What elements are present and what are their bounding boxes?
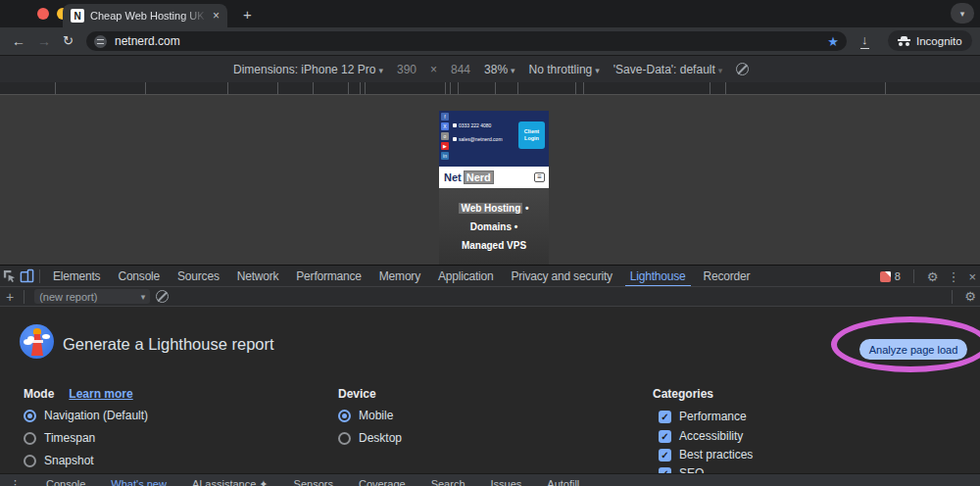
x-twitter-icon[interactable]: X: [441, 122, 449, 130]
reload-button[interactable]: ↻: [63, 33, 74, 48]
email-icon: [453, 137, 457, 141]
radio-mobile[interactable]: Mobile: [338, 409, 393, 422]
save-data-dropdown[interactable]: 'Save-Data': default▾: [613, 63, 723, 76]
tab-application[interactable]: Application: [429, 266, 503, 287]
tab-memory[interactable]: Memory: [370, 266, 429, 287]
inspect-element-icon[interactable]: [0, 268, 18, 283]
lighthouse-logo: [20, 324, 54, 359]
bullet: •: [525, 203, 529, 214]
tab-close-icon[interactable]: ×: [213, 10, 220, 22]
drawer-menu-kebab-icon[interactable]: ⋮: [10, 478, 21, 486]
site-header: f X o ▶ in 0333 222 4080 sales@netnerd.c…: [439, 111, 549, 167]
devtools-close-icon[interactable]: ×: [968, 270, 976, 283]
radio-label: Navigation (Default): [44, 409, 148, 422]
linkedin-icon[interactable]: in: [441, 152, 449, 160]
device-dimensions-dropdown[interactable]: Dimensions: iPhone 12 Pro▾: [233, 63, 383, 76]
address-bar[interactable]: netnerd.com ★: [86, 31, 847, 51]
client-login-button[interactable]: Client Login: [518, 122, 545, 149]
devtools-menu-kebab-icon[interactable]: ⋮: [947, 270, 959, 283]
tab-network[interactable]: Network: [228, 266, 288, 287]
close-window-button[interactable]: [37, 8, 49, 20]
tab-recorder[interactable]: Recorder: [695, 266, 760, 287]
drawer-tab-search[interactable]: Search: [431, 478, 466, 486]
viewport-height-field[interactable]: 844: [451, 63, 470, 76]
toggle-device-toolbar-icon[interactable]: [18, 268, 35, 283]
radio-timespan[interactable]: Timespan: [24, 431, 95, 445]
nav-link-managed-vps[interactable]: Managed VPS: [439, 236, 549, 255]
radio-snapshot[interactable]: Snapshot: [24, 454, 94, 467]
facebook-icon[interactable]: f: [441, 113, 449, 121]
issues-icon: [880, 271, 891, 282]
social-icons: f X o ▶ in: [441, 113, 449, 160]
save-data-value: 'Save-Data': default: [613, 63, 715, 76]
zoom-dropdown[interactable]: 38%▾: [484, 63, 515, 76]
tab-lighthouse[interactable]: Lighthouse: [621, 266, 695, 287]
viewport-width-field[interactable]: 390: [397, 63, 416, 76]
url-text[interactable]: netnerd.com: [115, 34, 819, 48]
chevron-down-icon: ▾: [141, 292, 146, 302]
bookmark-star-icon[interactable]: ★: [827, 34, 839, 49]
hamburger-menu-icon[interactable]: ≡: [534, 172, 545, 182]
tab-privacy-and-security[interactable]: Privacy and security: [502, 266, 620, 287]
devtools-settings-gear-icon[interactable]: ⚙: [927, 270, 939, 283]
tab-console[interactable]: Console: [109, 266, 169, 287]
site-settings-icon[interactable]: [94, 35, 107, 48]
nav-link-web-hosting[interactable]: Web Hosting •: [439, 199, 549, 218]
tab-performance[interactable]: Performance: [287, 266, 370, 287]
drawer-tab-console[interactable]: Console: [46, 478, 85, 486]
site-hero: Web Hosting • Domains • Managed VPS Chea…: [439, 188, 549, 265]
logo-text-net[interactable]: Net: [444, 171, 462, 183]
tab-title: Cheap Web Hosting UK | Web: [90, 10, 207, 22]
checkbox-accessibility[interactable]: ✓ Accessibility: [659, 429, 743, 443]
phone-row[interactable]: 0333 222 4080: [453, 122, 491, 128]
rotate-disabled-icon[interactable]: [736, 63, 749, 75]
learn-more-link[interactable]: Learn more: [69, 387, 132, 401]
mode-label: Mode: [24, 387, 54, 401]
radio-desktop[interactable]: Desktop: [338, 431, 402, 445]
drawer-tab-coverage[interactable]: Coverage: [359, 478, 406, 486]
nav-link-domains[interactable]: Domains •: [439, 218, 549, 236]
drawer-tab-ai-assistance[interactable]: AI assistance ✦: [192, 478, 269, 486]
lighthouse-settings-gear-icon[interactable]: ⚙: [964, 290, 976, 303]
page-title: Generate a Lighthouse report: [63, 335, 274, 354]
drawer-tab-sensors[interactable]: Sensors: [294, 478, 333, 486]
tab-elements[interactable]: Elements: [44, 266, 109, 287]
drawer-tab-issues[interactable]: Issues: [491, 478, 522, 486]
new-tab-button[interactable]: +: [243, 6, 252, 23]
clear-reports-icon[interactable]: [156, 290, 169, 303]
logo-text-nerd[interactable]: Nerd: [464, 170, 494, 184]
chevron-down-icon: ▾: [718, 66, 723, 75]
radio-navigation[interactable]: Navigation (Default): [24, 409, 148, 422]
browser-tab[interactable]: N Cheap Web Hosting UK | Web ×: [63, 4, 227, 27]
downloads-icon[interactable]: ↓: [860, 32, 869, 49]
forward-button[interactable]: →: [37, 33, 51, 49]
device-viewport: f X o ▶ in 0333 222 4080 sales@netnerd.c…: [439, 111, 549, 265]
checkbox-icon: ✓: [659, 449, 671, 462]
drawer-tab-autofill[interactable]: Autofill: [547, 478, 579, 486]
issues-counter[interactable]: 8: [880, 270, 901, 282]
throttling-dropdown[interactable]: No throttling▾: [529, 63, 600, 76]
email-row[interactable]: sales@netnerd.com: [453, 136, 503, 142]
instagram-icon[interactable]: o: [441, 132, 449, 140]
new-report-plus-icon[interactable]: +: [6, 289, 14, 305]
radio-label: Desktop: [359, 431, 402, 445]
lighthouse-toolbar: + (new report) ▾ ⚙: [0, 286, 980, 307]
drawer-tab-whats-new[interactable]: What's new: [111, 478, 167, 486]
report-dropdown[interactable]: (new report) ▾: [34, 289, 150, 304]
checkbox-label: Accessibility: [679, 429, 743, 443]
tab-search-chevron-icon[interactable]: ▾: [951, 3, 974, 24]
tab-strip: N Cheap Web Hosting UK | Web × + ▾: [0, 0, 980, 27]
chevron-down-icon: ▾: [511, 66, 515, 75]
sparkle-icon: ✦: [259, 478, 268, 486]
back-button[interactable]: ←: [12, 33, 25, 49]
radio-icon: [338, 410, 351, 422]
radio-icon: [24, 455, 36, 467]
youtube-icon[interactable]: ▶: [441, 142, 449, 150]
throttling-value: No throttling: [529, 63, 593, 76]
checkbox-best-practices[interactable]: ✓ Best practices: [659, 448, 753, 462]
checkbox-performance[interactable]: ✓ Performance: [659, 410, 747, 423]
emulation-stage: f X o ▶ in 0333 222 4080 sales@netnerd.c…: [0, 95, 980, 265]
tab-sources[interactable]: Sources: [169, 266, 228, 287]
incognito-icon: [898, 36, 910, 46]
lighthouse-panel: Generate a Lighthouse report Analyze pag…: [0, 307, 980, 473]
